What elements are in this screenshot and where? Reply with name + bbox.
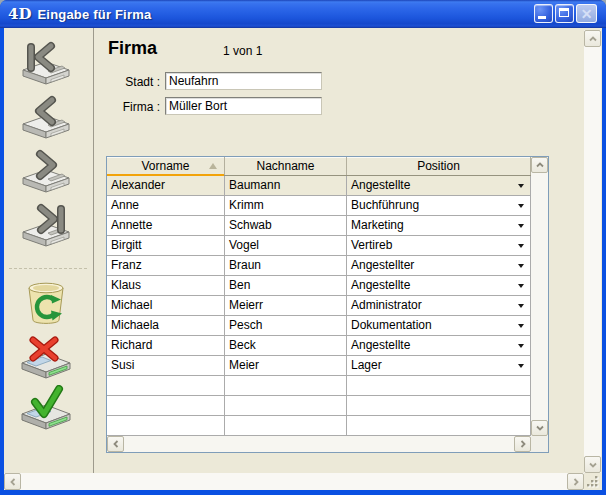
stadt-input[interactable] <box>165 72 322 90</box>
cell-position[interactable]: Administrator <box>347 296 531 315</box>
cell-nachname[interactable]: Ben <box>225 276 347 295</box>
maximize-button[interactable] <box>555 4 574 23</box>
form-title: Firma <box>108 38 157 59</box>
trash-recycle-icon <box>18 278 74 328</box>
table-row[interactable]: KlausBenAngestellte <box>107 276 531 296</box>
window-scroll-left-button[interactable] <box>4 473 21 490</box>
previous-record-button[interactable] <box>18 94 74 142</box>
window-title: Eingabe für Firma <box>37 7 606 22</box>
table-scroll-right-button[interactable] <box>514 436 531 452</box>
maximize-icon <box>559 8 569 17</box>
cell-empty <box>347 396 531 415</box>
dropdown-arrow-icon[interactable] <box>518 364 524 368</box>
first-record-icon <box>18 40 74 88</box>
table-row[interactable]: FranzBraunAngestellter <box>107 256 531 276</box>
table-row[interactable]: AlexanderBaumannAngestellte <box>107 176 531 196</box>
cell-vorname[interactable]: Klaus <box>107 276 225 295</box>
cell-empty <box>225 416 347 435</box>
last-record-button[interactable] <box>18 202 74 250</box>
cell-nachname[interactable]: Schwab <box>225 216 347 235</box>
table-scroll-down-button[interactable] <box>531 420 548 436</box>
delete-record-button[interactable] <box>18 278 74 328</box>
cell-nachname[interactable]: Pesch <box>225 316 347 335</box>
dropdown-arrow-icon[interactable] <box>518 264 524 268</box>
table-row[interactable]: MichaelMeierrAdministrator <box>107 296 531 316</box>
table-body: AlexanderBaumannAngestellteAnneKrimmBuch… <box>107 176 531 436</box>
dropdown-arrow-icon[interactable] <box>518 184 524 188</box>
cell-position[interactable]: Dokumentation <box>347 316 531 335</box>
dropdown-arrow-icon[interactable] <box>518 344 524 348</box>
table-row[interactable]: MichaelaPeschDokumentation <box>107 316 531 336</box>
titlebar-buttons: ✕ <box>534 4 597 23</box>
window-resize-grip[interactable] <box>584 473 602 490</box>
table-row[interactable]: SusiMeierLager <box>107 356 531 376</box>
cell-nachname[interactable]: Beck <box>225 336 347 355</box>
cell-nachname[interactable]: Krimm <box>225 196 347 215</box>
dropdown-arrow-icon[interactable] <box>518 224 524 228</box>
cell-position[interactable]: Angestellter <box>347 256 531 275</box>
records-table: Vorname Nachname Position AlexanderBauma… <box>106 156 549 453</box>
table-row[interactable]: AnnetteSchwabMarketing <box>107 216 531 236</box>
table-row[interactable]: RichardBeckAngestellte <box>107 336 531 356</box>
cell-empty <box>347 416 531 435</box>
title-bar[interactable]: 4D Eingabe für Firma ✕ <box>0 0 606 28</box>
cell-position[interactable]: Angestellte <box>347 336 531 355</box>
dropdown-arrow-icon[interactable] <box>518 204 524 208</box>
close-button[interactable]: ✕ <box>576 4 597 23</box>
table-row[interactable]: BirgittVogelVertireb <box>107 236 531 256</box>
window-scroll-down-button[interactable] <box>584 456 601 473</box>
window-scroll-right-button[interactable] <box>567 473 584 490</box>
cell-empty <box>225 396 347 415</box>
cell-position[interactable]: Lager <box>347 356 531 375</box>
cell-empty <box>107 376 225 395</box>
table-scroll-up-button[interactable] <box>531 157 548 173</box>
table-row[interactable]: AnneKrimmBuchführung <box>107 196 531 216</box>
column-header-label: Nachname <box>256 159 314 173</box>
firma-input[interactable] <box>165 97 322 115</box>
next-record-button[interactable] <box>18 148 74 196</box>
cell-vorname[interactable]: Franz <box>107 256 225 275</box>
dropdown-arrow-icon[interactable] <box>518 244 524 248</box>
close-icon: ✕ <box>577 5 596 22</box>
table-vertical-scrollbar[interactable] <box>531 157 548 436</box>
minimize-button[interactable] <box>534 4 553 23</box>
cell-position[interactable]: Angestellte <box>347 276 531 295</box>
cell-vorname[interactable]: Richard <box>107 336 225 355</box>
cell-vorname[interactable]: Annette <box>107 216 225 235</box>
table-scroll-left-button[interactable] <box>107 436 124 452</box>
window-vertical-scrollbar[interactable] <box>584 30 601 473</box>
dropdown-arrow-icon[interactable] <box>518 324 524 328</box>
dropdown-arrow-icon[interactable] <box>518 304 524 308</box>
cell-position[interactable]: Vertireb <box>347 236 531 255</box>
cell-position[interactable]: Angestellte <box>347 176 531 195</box>
cell-nachname[interactable]: Braun <box>225 256 347 275</box>
window-horizontal-scrollbar[interactable] <box>4 473 584 490</box>
cell-vorname[interactable]: Susi <box>107 356 225 375</box>
accept-record-button[interactable] <box>18 385 74 433</box>
cell-vorname[interactable]: Alexander <box>107 176 225 195</box>
cancel-record-button[interactable] <box>18 334 74 382</box>
column-header-nachname[interactable]: Nachname <box>225 157 347 175</box>
cell-position[interactable]: Marketing <box>347 216 531 235</box>
dropdown-arrow-icon[interactable] <box>518 284 524 288</box>
column-header-vorname[interactable]: Vorname <box>107 157 225 175</box>
accept-check-icon <box>18 385 74 433</box>
record-counter: 1 von 1 <box>223 44 262 58</box>
cell-vorname[interactable]: Birgitt <box>107 236 225 255</box>
cell-nachname[interactable]: Meier <box>225 356 347 375</box>
cell-position[interactable]: Buchführung <box>347 196 531 215</box>
cell-vorname[interactable]: Anne <box>107 196 225 215</box>
previous-record-icon <box>18 94 74 142</box>
table-row-empty <box>107 396 531 416</box>
cell-vorname[interactable]: Michaela <box>107 316 225 335</box>
cell-vorname[interactable]: Michael <box>107 296 225 315</box>
cell-nachname[interactable]: Baumann <box>225 176 347 195</box>
column-header-position[interactable]: Position <box>347 157 531 175</box>
window-scroll-up-button[interactable] <box>584 30 601 47</box>
first-record-button[interactable] <box>18 40 74 88</box>
table-horizontal-scrollbar[interactable] <box>107 436 531 452</box>
cell-nachname[interactable]: Meierr <box>225 296 347 315</box>
table-scrollbar-corner <box>531 436 548 452</box>
cell-nachname[interactable]: Vogel <box>225 236 347 255</box>
last-record-icon <box>18 202 74 250</box>
